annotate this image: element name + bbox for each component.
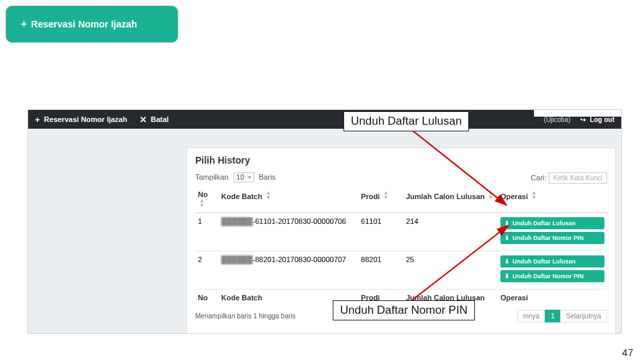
topbar-batal-button[interactable]: ✕ Batal [140, 115, 169, 125]
table-info: Menampilkan baris 1 hingga baris [195, 312, 296, 320]
cell-operasi: ⬇Unduh Daftar Lulusan ⬇Unduh Daftar Nomo… [498, 251, 607, 290]
cell-operasi: ⬇Unduh Daftar Lulusan ⬇Unduh Daftar Nomo… [498, 213, 607, 251]
app-panel: + Reservasi Nomor Ijazah ✕ Batal (Ujicob… [28, 109, 622, 334]
table-row: 1 ██████-61101-20170830-00000706 61101 2… [195, 213, 607, 251]
download-icon: ⬇ [504, 220, 510, 227]
decorative-cover [534, 110, 621, 117]
op-label: Unduh Daftar Lulusan [513, 258, 576, 265]
cell-prodi: 88201 [358, 251, 403, 290]
unduh-pin-button[interactable]: ⬇Unduh Daftar Nomor PIN [500, 270, 604, 282]
reservasi-button-label: Reservasi Nomor Ijazah [31, 19, 137, 29]
search-label: Cari: [531, 174, 546, 182]
reservasi-button[interactable]: + Reservasi Nomor Ijazah [5, 5, 178, 43]
op-label: Unduh Daftar Nomor PIN [513, 273, 584, 280]
sort-icon: ▲▼ [531, 190, 537, 200]
table-row: 2 ██████-88201-20170830-00000707 88201 2… [195, 251, 607, 290]
page-size-value: 10 [237, 174, 244, 181]
pager-prev[interactable]: mnya [517, 310, 545, 322]
sort-icon: ▲▼ [199, 198, 205, 208]
col-kode[interactable]: Kode Batch ▲▼ [219, 186, 358, 213]
foot-operasi: Operasi [498, 290, 607, 306]
user-label: (Ujicoba) [544, 116, 571, 123]
pager: mnya 1 Selanjutnya [518, 310, 607, 322]
card-title: Pilih History [195, 155, 607, 166]
foot-no: No [195, 290, 219, 306]
history-table: No ▲▼ Kode Batch ▲▼ Prodi ▲▼ Jumlah Calo… [195, 186, 607, 306]
logout-label: Log out [590, 116, 614, 123]
table-controls: Tampilkan 10 ▾ Baris Cari: Ketik Kata Ku… [195, 172, 607, 182]
show-suffix: Baris [259, 173, 276, 181]
cell-no: 2 [195, 251, 219, 290]
show-prefix: Tampilkan [195, 173, 229, 181]
page-size-select[interactable]: 10 ▾ [233, 172, 254, 182]
col-prodi[interactable]: Prodi ▲▼ [358, 186, 403, 213]
cell-kode: ██████-88201-20170830-00000707 [219, 251, 358, 290]
topbar-reservasi-label: Reservasi Nomor Ijazah [44, 115, 127, 123]
col-kode-label: Kode Batch [221, 192, 262, 200]
col-prodi-label: Prodi [361, 192, 380, 200]
sort-icon: ▲▼ [488, 190, 494, 200]
unduh-pin-button[interactable]: ⬇Unduh Daftar Nomor PIN [500, 232, 604, 244]
col-jumlah[interactable]: Jumlah Calon Lulusan ▲▼ [403, 186, 498, 213]
kode-rest: -61101-20170830-00000706 [253, 217, 346, 225]
op-label: Unduh Daftar Nomor PIN [513, 235, 584, 241]
unduh-lulusan-button[interactable]: ⬇Unduh Daftar Lulusan [500, 217, 604, 229]
col-operasi-label: Operasi [500, 192, 528, 200]
topbar-batal-label: Batal [151, 115, 169, 123]
search-input[interactable]: Ketik Kata Kunci [549, 172, 607, 184]
callout-pin: Unduh Daftar Nomor PIN [333, 300, 475, 320]
col-jumlah-label: Jumlah Calon Lulusan [406, 192, 484, 200]
cell-jumlah: 214 [403, 213, 498, 251]
chevron-down-icon: ▾ [248, 174, 251, 180]
cell-jumlah: 25 [403, 251, 498, 290]
sort-icon: ▲▼ [383, 190, 388, 200]
logout-icon: ↪ [580, 116, 586, 123]
col-operasi[interactable]: Operasi ▲▼ [498, 186, 607, 213]
kode-rest: -88201-20170830-00000707 [253, 255, 346, 263]
col-no[interactable]: No ▲▼ [195, 186, 219, 213]
kode-masked: ██████ [221, 217, 253, 225]
app-topbar: + Reservasi Nomor Ijazah ✕ Batal (Ujicob… [28, 110, 621, 129]
logout-button[interactable]: ↪ Log out [580, 116, 614, 123]
close-icon: ✕ [140, 115, 147, 125]
download-icon: ⬇ [504, 273, 510, 280]
cell-kode: ██████-61101-20170830-00000706 [219, 213, 358, 251]
download-icon: ⬇ [504, 235, 510, 241]
download-icon: ⬇ [504, 258, 510, 265]
plus-icon: + [21, 18, 27, 30]
plus-icon: + [35, 115, 40, 125]
sort-icon: ▲▼ [266, 190, 271, 200]
pager-next[interactable]: Selanjutnya [560, 310, 607, 322]
unduh-lulusan-button[interactable]: ⬇Unduh Daftar Lulusan [500, 255, 604, 267]
callout-lulusan: Unduh Daftar Lulusan [343, 111, 469, 131]
topbar-reservasi-button[interactable]: + Reservasi Nomor Ijazah [35, 115, 127, 125]
cell-no: 1 [195, 213, 219, 251]
page-number: 47 [622, 347, 633, 358]
kode-masked: ██████ [221, 255, 253, 263]
pager-page-1[interactable]: 1 [545, 310, 561, 322]
cell-prodi: 61101 [358, 213, 403, 251]
op-label: Unduh Daftar Lulusan [513, 220, 576, 227]
